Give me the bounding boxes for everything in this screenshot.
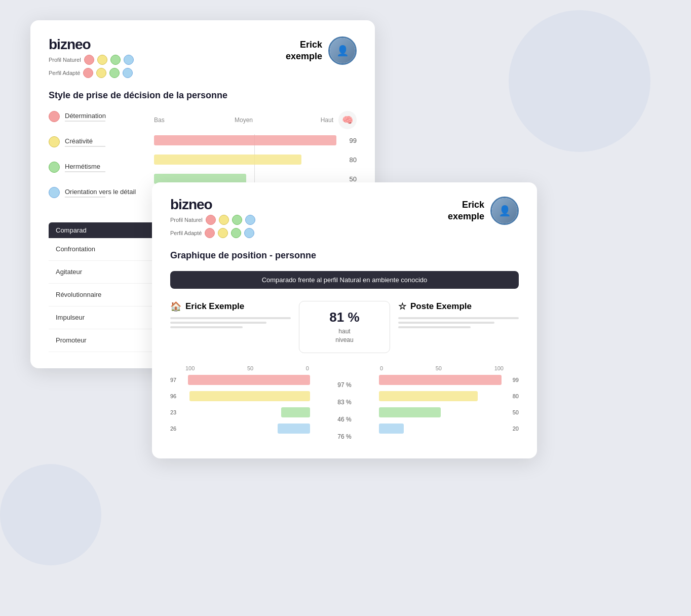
center-score-2: 83 % xyxy=(337,399,351,406)
left-axis-100: 100 xyxy=(185,365,195,371)
right-bar-track-1 xyxy=(379,375,503,385)
front-avatar-placeholder: 👤 xyxy=(492,198,517,223)
left-bar-row-1: 97 xyxy=(170,373,310,387)
right-bar-fill-1 xyxy=(379,375,502,385)
chart-label-moyen: Moyen xyxy=(214,117,274,124)
person-line xyxy=(398,317,519,319)
person-erick-title: 🏠 Erick Exemple xyxy=(170,301,291,312)
bar-row-creativite: 80 xyxy=(154,153,357,166)
person-line xyxy=(170,326,243,328)
person-line xyxy=(170,317,291,319)
right-bar-fill-2 xyxy=(379,391,478,401)
front-user-info: Erickexemple 👤 xyxy=(448,197,519,225)
front-card: bizneo Profil Naturel Perfil Adapté xyxy=(152,182,537,458)
left-bar-label-23: 23 xyxy=(170,409,184,415)
left-bar-fill-2 xyxy=(189,391,310,401)
poste-col: ☆ Poste Exemple xyxy=(398,301,519,353)
left-bar-label-96: 96 xyxy=(170,393,184,399)
left-bar-track-4 xyxy=(184,423,310,434)
bar-fill-creativite xyxy=(154,155,301,165)
trait-dot-blue xyxy=(49,187,60,198)
poste-name: Poste Exemple xyxy=(410,301,472,312)
left-bar-track-2 xyxy=(184,391,310,401)
bar-score-hermetisme: 50 xyxy=(342,175,357,183)
star-icon: ☆ xyxy=(398,301,406,312)
trait-underline xyxy=(65,121,105,122)
right-axis-labels: 0 50 100 xyxy=(379,365,505,371)
back-user-info: Erickexemple 👤 xyxy=(286,36,357,65)
right-bar-fill-3 xyxy=(379,407,441,417)
front-logo-area: bizneo Profil Naturel Perfil Adapté xyxy=(170,197,255,238)
trait-determination: Détermination xyxy=(49,111,140,122)
right-bar-label-20: 20 xyxy=(505,426,519,432)
left-axis-50: 50 xyxy=(247,365,253,371)
center-scores: 97 % 83 % 46 % 76 % xyxy=(314,365,375,440)
left-bar-fill-4 xyxy=(278,423,310,434)
right-bar-row-4: 20 xyxy=(379,422,519,435)
score-box: 81 % hautniveau xyxy=(299,301,390,353)
front-dot-green-adapted xyxy=(231,228,241,238)
front-section-title: Graphique de position - personne xyxy=(170,250,519,261)
left-bar-label-97: 97 xyxy=(170,377,184,383)
perfil-adapte-label: Perfil Adapté xyxy=(49,70,80,76)
trait-label-hermetisme: Hermétisme xyxy=(65,163,105,170)
person-erick-name: Erick Exemple xyxy=(185,301,244,312)
right-bar-row-1: 99 xyxy=(379,373,519,387)
left-bar-track-1 xyxy=(184,375,310,385)
dot-green-natural xyxy=(110,55,121,65)
brain-icon: 🧠 xyxy=(338,111,357,129)
back-logo: bizneo Profil Naturel Perfil Adapté xyxy=(49,36,134,78)
right-bar-label-50: 50 xyxy=(505,409,519,415)
left-axis-row: 100 50 0 xyxy=(170,365,310,371)
profil-naturel-row: Profil Naturel xyxy=(49,55,134,65)
left-bar-row-2: 96 xyxy=(170,390,310,403)
poste-lines xyxy=(398,317,519,328)
score-percent: 81 % xyxy=(329,310,359,325)
chart-label-bas: Bas xyxy=(152,117,214,124)
right-bar-row-2: 80 xyxy=(379,390,519,403)
front-dot-blue-natural xyxy=(245,215,255,225)
chart-label-haut: Haut xyxy=(274,117,333,124)
dot-blue-natural xyxy=(124,55,134,65)
left-bar-fill-1 xyxy=(188,375,310,385)
front-profil-naturel-row: Profil Naturel xyxy=(170,215,255,225)
trait-label-determination: Détermination xyxy=(65,112,106,120)
left-bar-track-3 xyxy=(184,407,310,417)
front-perfil-adapte-row: Perfil Adapté xyxy=(170,228,254,238)
dot-yellow-natural xyxy=(97,55,107,65)
dot-red-adapted xyxy=(83,68,93,78)
bottom-chart-grid: 100 50 0 97 96 23 xyxy=(170,365,519,440)
right-chart: 0 50 100 99 80 xyxy=(379,365,519,435)
left-bar-fill-3 xyxy=(281,407,310,417)
right-bar-track-3 xyxy=(379,407,503,417)
left-bar-row-3: 23 xyxy=(170,406,310,419)
right-bar-label-80: 80 xyxy=(505,393,519,399)
front-card-header: bizneo Profil Naturel Perfil Adapté xyxy=(170,197,519,238)
trait-underline-4 xyxy=(65,197,105,198)
logo-text: bizneo xyxy=(49,36,134,53)
dot-blue-adapted xyxy=(123,68,133,78)
front-profil-naturel-label: Profil Naturel xyxy=(170,217,203,223)
right-axis-100: 100 xyxy=(494,365,504,371)
profil-naturel-label: Profil Naturel xyxy=(49,57,81,63)
right-axis-0: 0 xyxy=(380,365,383,371)
front-dot-green-natural xyxy=(232,215,242,225)
poste-title: ☆ Poste Exemple xyxy=(398,301,519,312)
bar-row-determination: 99 xyxy=(154,134,357,146)
right-bar-track-4 xyxy=(379,423,503,434)
trait-dot-green xyxy=(49,162,60,173)
bar-chart: 99 80 50 xyxy=(152,134,357,185)
back-section-title: Style de prise de décision de la personn… xyxy=(49,90,357,101)
front-dot-yellow-natural xyxy=(219,215,229,225)
trait-label-orientation: Orientation vers le détail xyxy=(65,188,136,196)
center-score-4: 76 % xyxy=(337,433,351,440)
left-chart: 100 50 0 97 96 23 xyxy=(170,365,310,435)
bar-score-determination: 99 xyxy=(342,137,357,144)
right-bar-track-2 xyxy=(379,391,503,401)
traits-list: Détermination Créativité Hermétisme xyxy=(49,111,140,212)
center-score-3: 46 % xyxy=(337,416,351,423)
person-line xyxy=(170,322,266,324)
left-bar-label-26: 26 xyxy=(170,426,184,432)
perfil-adapte-row: Perfil Adapté xyxy=(49,68,133,78)
background-blob-bottom xyxy=(0,464,101,565)
